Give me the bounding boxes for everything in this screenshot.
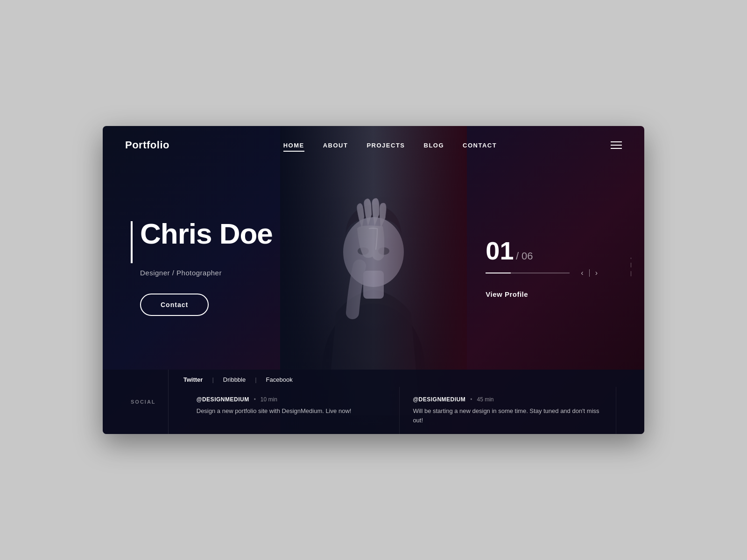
browser-window: Portfolio HOME ABOUT PROJECTS BLOG CONTA…: [103, 126, 644, 434]
nav-item-about[interactable]: ABOUT: [323, 142, 348, 149]
tweets-row: @DESIGNMEDIUM • 10 min Design a new port…: [183, 387, 616, 434]
contact-button[interactable]: Contact: [140, 294, 209, 316]
social-section: SOCIAL: [131, 370, 169, 434]
hero-name: Chris Doe: [140, 218, 273, 249]
hero-section: Chris Doe Designer / Photographer Contac…: [103, 164, 644, 370]
slide-progress-fill: [486, 273, 511, 273]
site-wrapper: Portfolio HOME ABOUT PROJECTS BLOG CONTA…: [103, 126, 644, 434]
nav-item-blog[interactable]: BLOG: [424, 142, 444, 149]
hero-left: Chris Doe Designer / Photographer Contac…: [131, 218, 273, 316]
tweet-2-text: Will be starting a new design in some ti…: [413, 406, 603, 425]
slide-arrows: ‹ ›: [581, 269, 598, 277]
slide-counter-row: 01 / 06: [486, 236, 598, 265]
hamburger-menu[interactable]: [611, 141, 622, 149]
nav-item-contact[interactable]: CONTACT: [463, 142, 497, 149]
social-sep-1: |: [212, 376, 213, 383]
nav-item-projects[interactable]: PROJECTS: [366, 142, 405, 149]
tweet-2-dot: •: [470, 396, 472, 403]
vert-seg-mid: [631, 263, 631, 268]
next-arrow[interactable]: ›: [595, 269, 598, 277]
prev-arrow[interactable]: ‹: [581, 269, 583, 277]
vert-seg-top: [631, 258, 631, 259]
tweet-1-dot: •: [254, 396, 256, 403]
slide-progress-bar: [486, 273, 570, 273]
hero-right: 01 / 06 ‹ › View Profile: [486, 236, 616, 298]
tweet-1-text: Design a new portfolio site with DesignM…: [197, 406, 387, 416]
hamburger-line-1: [611, 141, 622, 142]
nav: HOME ABOUT PROJECTS BLOG CONTACT: [283, 142, 497, 149]
social-sep-2: |: [255, 376, 256, 383]
header: Portfolio HOME ABOUT PROJECTS BLOG CONTA…: [103, 126, 644, 164]
hamburger-line-2: [611, 145, 622, 146]
hamburger-line-3: [611, 148, 622, 149]
right-vertical-line: [631, 258, 631, 276]
hero-name-block: Chris Doe: [131, 218, 273, 263]
social-link-twitter[interactable]: Twitter: [183, 376, 203, 383]
slide-current: 01: [486, 237, 514, 265]
slide-total: / 06: [516, 250, 533, 262]
bottom-bar: SOCIAL Twitter | Dribbble | Facebook @DE…: [103, 370, 644, 434]
tweet-2-handle: @DESIGNMEDIUM: [413, 396, 465, 403]
hero-title: Designer / Photographer: [140, 269, 273, 277]
view-profile-link[interactable]: View Profile: [486, 290, 598, 298]
social-link-dribbble[interactable]: Dribbble: [223, 376, 246, 383]
tweet-1-time: 10 min: [261, 396, 277, 403]
social-label: SOCIAL: [131, 399, 153, 405]
vert-seg-bot: [631, 271, 631, 276]
tweet-2-header: @DESIGNMEDIUM • 45 min: [413, 396, 603, 403]
tweet-1: @DESIGNMEDIUM • 10 min Design a new port…: [183, 387, 400, 434]
tweet-1-handle: @DESIGNMEDIUM: [197, 396, 249, 403]
bottom-bar-inner: Twitter | Dribbble | Facebook @DESIGNMED…: [183, 370, 616, 434]
nav-item-home[interactable]: HOME: [283, 142, 304, 149]
name-accent-bar: [131, 221, 133, 263]
arrow-divider: [589, 269, 590, 277]
slide-controls-row: ‹ ›: [486, 269, 598, 277]
tweet-1-header: @DESIGNMEDIUM • 10 min: [197, 396, 387, 403]
logo[interactable]: Portfolio: [125, 139, 169, 151]
tweet-2: @DESIGNMEDIUM • 45 min Will be starting …: [400, 387, 616, 434]
social-link-facebook[interactable]: Facebook: [266, 376, 293, 383]
tweet-2-time: 45 min: [477, 396, 493, 403]
social-links-row: Twitter | Dribbble | Facebook: [183, 370, 616, 387]
